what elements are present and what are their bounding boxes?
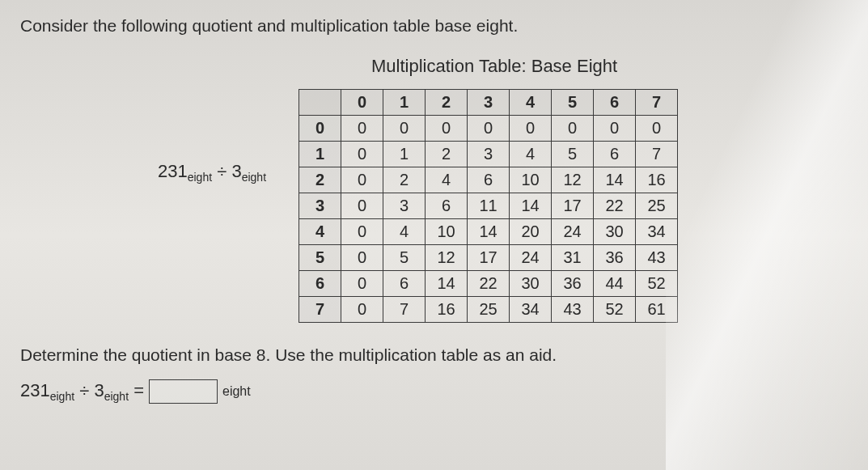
table-row: 101234567 <box>299 142 678 167</box>
table-cell: 14 <box>426 271 468 297</box>
table-cell: 20 <box>510 219 552 245</box>
intro-text: Consider the following quotient and mult… <box>20 16 848 36</box>
table-cell: 31 <box>552 245 594 271</box>
table-cell: 16 <box>636 167 678 193</box>
table-cell: 24 <box>510 245 552 271</box>
instruction-text: Determine the quotient in base 8. Use th… <box>20 345 848 365</box>
table-cell: 4 <box>383 219 426 245</box>
table-body: 0000000001012345672024610121416303611141… <box>299 116 678 323</box>
table-cell: 0 <box>341 271 383 297</box>
table-cell: 16 <box>426 297 468 323</box>
table-cell: 43 <box>636 245 678 271</box>
table-cell: 25 <box>468 297 510 323</box>
table-cell: 0 <box>341 245 383 271</box>
table-cell: 14 <box>594 167 636 193</box>
table-cell: 3 <box>468 142 510 167</box>
answer-divisor-sub: eight <box>104 390 129 403</box>
table-cell: 0 <box>341 219 383 245</box>
col-header: 3 <box>468 90 510 116</box>
table-header-row: 0 1 2 3 4 5 6 7 <box>299 90 678 116</box>
table-cell: 0 <box>594 116 636 142</box>
answer-expression: 231eight ÷ 3eight = <box>20 380 144 403</box>
table-cell: 30 <box>594 219 636 245</box>
answer-input[interactable] <box>149 379 218 404</box>
operator: ÷ <box>217 161 227 181</box>
table-row: 404101420243034 <box>299 219 678 245</box>
table-cell: 44 <box>594 271 636 297</box>
answer-result-sub: eight <box>222 384 251 399</box>
col-header: 0 <box>341 90 383 116</box>
table-row: 000000000 <box>299 116 678 142</box>
table-cell: 36 <box>594 245 636 271</box>
table-cell: 6 <box>468 167 510 193</box>
table-cell: 22 <box>468 271 510 297</box>
table-row: 30361114172225 <box>299 193 678 219</box>
table-cell: 34 <box>636 219 678 245</box>
table-cell: 0 <box>341 193 383 219</box>
table-cell: 5 <box>552 142 594 167</box>
table-cell: 5 <box>383 245 426 271</box>
table-cell: 0 <box>552 116 594 142</box>
table-cell: 30 <box>510 271 552 297</box>
equals-sign: = <box>133 380 144 400</box>
table-cell: 0 <box>510 116 552 142</box>
table-cell: 36 <box>552 271 594 297</box>
row-header: 2 <box>299 167 341 193</box>
table-cell: 0 <box>636 116 678 142</box>
table-cell: 3 <box>383 193 426 219</box>
col-header: 7 <box>636 90 678 116</box>
table-cell: 0 <box>383 116 426 142</box>
table-corner <box>299 90 341 116</box>
table-cell: 6 <box>426 193 468 219</box>
table-cell: 0 <box>426 116 468 142</box>
dividend-subscript: eight <box>188 171 212 184</box>
answer-dividend-sub: eight <box>50 390 74 403</box>
table-cell: 25 <box>636 193 678 219</box>
table-row: 505121724313643 <box>299 245 678 271</box>
table-cell: 43 <box>552 297 594 323</box>
answer-dividend: 231 <box>20 380 50 400</box>
table-cell: 10 <box>426 219 468 245</box>
table-cell: 17 <box>468 245 510 271</box>
table-title: Multiplication Table: Base Eight <box>371 56 848 77</box>
multiplication-table: 0 1 2 3 4 5 6 7 000000000101234567202461… <box>299 89 678 323</box>
row-header: 0 <box>299 116 341 142</box>
table-cell: 11 <box>468 193 510 219</box>
col-header: 2 <box>426 90 468 116</box>
table-cell: 0 <box>341 116 383 142</box>
table-cell: 17 <box>552 193 594 219</box>
dividend: 231 <box>158 161 188 181</box>
divisor-subscript: eight <box>242 171 266 184</box>
table-cell: 4 <box>510 142 552 167</box>
col-header: 4 <box>510 90 552 116</box>
table-cell: 14 <box>510 193 552 219</box>
table-cell: 0 <box>468 116 510 142</box>
answer-row: 231eight ÷ 3eight = eight <box>20 379 848 404</box>
col-header: 1 <box>383 90 426 116</box>
expression-column: 231eight ÷ 3eight <box>20 56 266 184</box>
table-cell: 1 <box>383 142 426 167</box>
table-cell: 0 <box>341 142 383 167</box>
table-cell: 2 <box>426 142 468 167</box>
table-row: 707162534435261 <box>299 297 678 323</box>
divisor: 3 <box>231 161 241 181</box>
table-cell: 7 <box>636 142 678 167</box>
content-row: 231eight ÷ 3eight Multiplication Table: … <box>20 56 848 323</box>
answer-divisor: 3 <box>94 380 104 400</box>
col-header: 6 <box>594 90 636 116</box>
table-cell: 6 <box>594 142 636 167</box>
col-header: 5 <box>552 90 594 116</box>
quotient-expression: 231eight ÷ 3eight <box>158 161 266 184</box>
table-cell: 2 <box>383 167 426 193</box>
table-cell: 12 <box>426 245 468 271</box>
table-cell: 6 <box>383 271 426 297</box>
table-cell: 0 <box>341 297 383 323</box>
table-cell: 24 <box>552 219 594 245</box>
table-cell: 52 <box>636 271 678 297</box>
row-header: 1 <box>299 142 341 167</box>
row-header: 5 <box>299 245 341 271</box>
row-header: 4 <box>299 219 341 245</box>
table-cell: 12 <box>552 167 594 193</box>
table-column: Multiplication Table: Base Eight 0 1 2 3… <box>299 56 848 323</box>
row-header: 3 <box>299 193 341 219</box>
